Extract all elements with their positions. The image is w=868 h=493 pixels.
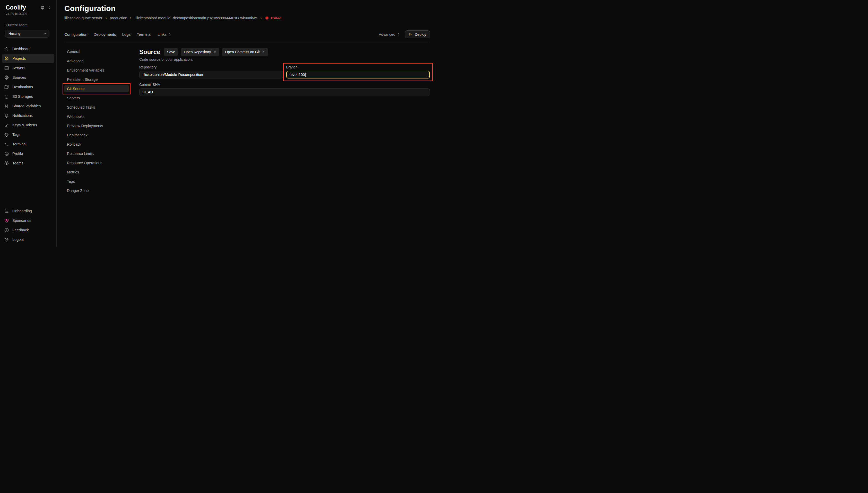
subnav-resource-limits[interactable]: Resource Limits <box>64 150 129 157</box>
save-button[interactable]: Save <box>164 48 178 56</box>
commit-sha-input[interactable]: HEAD <box>139 88 430 96</box>
sidebar-item-label: S3 Storages <box>12 94 33 99</box>
subnav-general[interactable]: General <box>64 48 129 55</box>
subnav-rollback[interactable]: Rollback <box>64 141 129 148</box>
open-repository-button[interactable]: Open Repository <box>181 48 219 56</box>
sidebar-nav: Dashboard Projects Servers Sources Desti… <box>0 44 56 168</box>
breadcrumb-application[interactable]: illicitestonion/-module--decomposition:m… <box>135 16 257 20</box>
branch-input[interactable]: level-100 <box>286 71 430 79</box>
subnav-environment-variables[interactable]: Environment Variables <box>64 67 129 74</box>
breadcrumb-environment[interactable]: production <box>110 16 127 20</box>
sidebar-item-label: Sources <box>12 76 26 80</box>
tab-deployments[interactable]: Deployments <box>93 32 116 37</box>
section-description: Code source of your application. <box>139 57 430 62</box>
sidebar-item-keys-tokens[interactable]: Keys & Tokens <box>2 121 54 130</box>
sidebar-item-feedback[interactable]: Feedback <box>2 226 54 235</box>
repository-value: illicitestonion/Module-Decomposition <box>143 72 203 77</box>
subnav-webhooks[interactable]: Webhooks <box>64 113 129 120</box>
sidebar-item-label: Keys & Tokens <box>12 123 37 127</box>
sidebar-item-label: Destinations <box>12 85 33 89</box>
sidebar-collapse-icon[interactable] <box>47 6 51 9</box>
sidebar-item-projects[interactable]: Projects <box>2 54 54 63</box>
sidebar-item-destinations[interactable]: Destinations <box>2 82 54 92</box>
sidebar-item-servers[interactable]: Servers <box>2 63 54 72</box>
sidebar-header: Coolify <box>0 4 56 11</box>
section-title: Source <box>139 48 160 56</box>
source-heading-row: Source Save Open Repository Open Commits… <box>139 48 430 56</box>
tab-links[interactable]: Links <box>157 32 171 37</box>
subnav-preview-deployments[interactable]: Preview Deployments <box>64 122 129 129</box>
tab-configuration[interactable]: Configuration <box>64 32 87 37</box>
variable-icon <box>4 104 9 109</box>
tab-terminal[interactable]: Terminal <box>137 32 151 37</box>
sidebar-item-terminal[interactable]: Terminal <box>2 140 54 149</box>
users-group-icon <box>4 161 9 166</box>
git-source-icon <box>4 75 9 80</box>
tab-logs[interactable]: Logs <box>122 32 131 37</box>
sidebar-item-notifications[interactable]: Notifications <box>2 111 54 120</box>
sidebar-item-profile[interactable]: Profile <box>2 149 54 158</box>
sidebar-item-s3-storages[interactable]: S3 Storages <box>2 92 54 101</box>
text-cursor <box>305 72 305 77</box>
team-select-value: Hosting <box>8 31 20 36</box>
subnav-servers[interactable]: Servers <box>64 94 129 102</box>
heart-icon <box>4 218 9 223</box>
breadcrumb: illicitonion quote server production ill… <box>64 16 430 20</box>
sidebar-item-logout[interactable]: Logout <box>2 235 54 244</box>
user-circle-icon <box>4 151 9 156</box>
database-icon <box>4 94 9 99</box>
content: General Advanced Environment Variables P… <box>64 42 430 196</box>
open-commits-button[interactable]: Open Commits on Git <box>222 48 268 56</box>
subnav-resource-operations[interactable]: Resource Operations <box>64 159 129 167</box>
repository-label: Repository <box>139 65 283 69</box>
terminal-icon <box>4 142 9 147</box>
chevron-right-icon <box>105 17 108 20</box>
subnav-tags[interactable]: Tags <box>64 178 129 185</box>
sidebar-item-label: Projects <box>12 56 26 61</box>
sidebar-item-tags[interactable]: Tags <box>2 130 54 139</box>
subnav-danger-zone[interactable]: Danger Zone <box>64 187 129 194</box>
source-section: Source Save Open Repository Open Commits… <box>139 48 430 196</box>
sidebar-item-label: Logout <box>12 237 24 242</box>
tab-links-label: Links <box>157 32 167 37</box>
commit-sha-value: HEAD <box>143 90 153 94</box>
subnav-git-source[interactable]: Git Source <box>64 85 129 92</box>
main: Configuration illicitonion quote server … <box>57 0 434 246</box>
repository-input[interactable]: illicitestonion/Module-Decomposition <box>139 71 283 79</box>
subnav-scheduled-tasks[interactable]: Scheduled Tasks <box>64 104 129 111</box>
chevron-right-icon <box>129 17 132 20</box>
selector-icon <box>168 33 171 36</box>
map-icon <box>4 85 9 89</box>
source-form: Repository illicitestonion/Module-Decomp… <box>139 65 430 96</box>
tabs-actions: Advanced Deploy <box>379 30 430 38</box>
sidebar-item-shared-variables[interactable]: Shared Variables <box>2 101 54 111</box>
status-dot <box>266 17 269 20</box>
subnav-metrics[interactable]: Metrics <box>64 169 129 176</box>
team-select[interactable]: Hosting <box>5 29 49 38</box>
advanced-menu[interactable]: Advanced <box>379 33 400 37</box>
sidebar-item-label: Shared Variables <box>12 104 41 108</box>
sidebar-item-teams[interactable]: Teams <box>2 158 54 168</box>
subnav-healthcheck[interactable]: Healthcheck <box>64 131 129 139</box>
subnav-persistent-storage[interactable]: Persistent Storage <box>64 76 129 83</box>
subnav-git-source-wrap: Git Source <box>64 85 129 92</box>
deploy-button[interactable]: Deploy <box>405 30 430 38</box>
key-icon <box>4 123 9 128</box>
app-logo[interactable]: Coolify <box>6 4 26 11</box>
theme-toggle-sun-icon[interactable] <box>40 5 45 10</box>
commit-sha-label: Commit SHA <box>139 83 430 87</box>
help-icon <box>4 228 9 233</box>
deploy-label: Deploy <box>415 33 426 37</box>
sidebar-item-onboarding[interactable]: Onboarding <box>2 206 54 216</box>
external-link-icon <box>262 50 265 53</box>
sidebar-item-dashboard[interactable]: Dashboard <box>2 44 54 53</box>
breadcrumb-project[interactable]: illicitonion quote server <box>64 16 103 20</box>
tabs: Configuration Deployments Logs Terminal … <box>64 32 171 37</box>
sidebar-item-sponsor-us[interactable]: Sponsor us <box>2 216 54 225</box>
subnav-advanced[interactable]: Advanced <box>64 57 129 65</box>
sidebar-item-label: Feedback <box>12 228 29 232</box>
repository-field-group: Repository illicitestonion/Module-Decomp… <box>139 65 283 79</box>
sidebar-item-sources[interactable]: Sources <box>2 73 54 82</box>
logout-icon <box>4 237 9 242</box>
home-icon <box>4 47 9 51</box>
